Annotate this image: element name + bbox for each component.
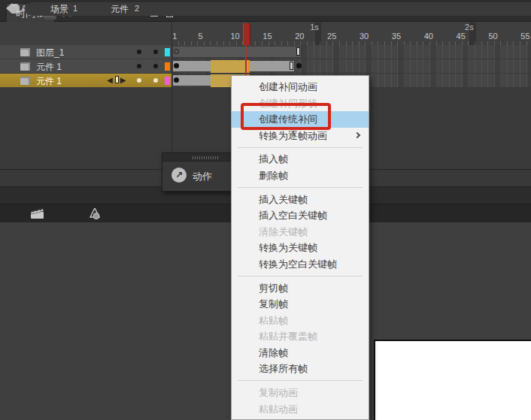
actions-panel-label: 动作 [193,170,212,183]
layers-header [0,23,171,45]
panel-divider [171,23,172,169]
layer-row[interactable]: 图层_1 [0,45,171,59]
visibility-dot[interactable] [137,50,141,54]
ruler-frame-number: 55 [520,32,529,41]
ruler-frame-number: 10 [230,32,239,41]
ruler-frame-number: 50 [488,32,497,41]
symbol-icon [88,208,102,219]
menu-item[interactable]: 转换为关键帧 [232,240,369,256]
menu-item[interactable]: 粘贴帧 [232,313,369,329]
menu-item[interactable]: 删除帧 [232,168,369,184]
visibility-dot[interactable] [137,64,141,68]
menu-item[interactable]: 选择所有帧 [232,361,369,377]
layer-name[interactable]: 元件 1 [36,75,62,88]
ruler-frame-number: 1 [172,32,177,41]
playhead[interactable] [243,23,250,45]
ruler-frame-number: 35 [392,32,401,41]
ruler-second-label: 1s [310,23,319,32]
lock-dot[interactable] [153,64,158,68]
ruler-frame-number: 25 [327,32,336,41]
menu-separator [238,147,363,148]
ruler-frame-number: 15 [262,32,272,41]
annotation-box [241,103,331,130]
lock-dot[interactable] [153,50,158,54]
menu-item[interactable]: 创建补间动画 [232,79,369,95]
menu-separator [238,276,363,276]
breadcrumb-scene-number[interactable]: 1 [73,4,77,13]
breadcrumb [25,2,531,16]
span-end-frame[interactable] [296,47,300,56]
ruler-frame-number: 45 [457,32,466,41]
layer-name[interactable]: 图层_1 [36,47,64,59]
keyframe-dot[interactable] [174,63,179,68]
menu-item[interactable]: 复制动画 [232,385,369,401]
menu-item[interactable]: 插入关键帧 [232,192,369,208]
keyframe-dot[interactable] [174,49,179,54]
scene-icon [30,208,44,219]
layer-name-column: 图层_1元件 1元件 1◀▶ [0,45,171,88]
submenu-arrow-icon [354,131,360,137]
breadcrumb-symbol[interactable]: 元件 [111,3,129,16]
keyframe-nav[interactable]: ◀▶ [107,76,126,84]
layer-name[interactable]: 元件 1 [36,61,62,74]
frame-row[interactable] [172,59,531,74]
layer-color-swatch[interactable] [165,77,170,85]
ruler-frame-number: 20 [295,32,304,41]
keyframe-dot[interactable] [296,63,302,68]
menu-item[interactable]: 插入帧 [232,151,369,168]
stage[interactable] [374,340,531,420]
ruler-second-label: 2s [465,23,474,32]
breadcrumb-scene[interactable]: 场景 [50,3,68,16]
ruler-frame-number: 5 [199,32,203,41]
layer-color-swatch[interactable] [165,48,170,56]
actions-script-icon: ↗ [171,168,187,183]
layer-icon [20,62,30,71]
back-button[interactable] [6,3,20,14]
ruler-frame-number: 30 [360,32,369,41]
keyframe-dot[interactable] [174,77,179,83]
menu-item[interactable]: 复制帧 [232,296,369,313]
frame-span[interactable] [172,46,302,58]
current-frame-marker [115,76,119,83]
menu-item[interactable]: 清除关键帧 [232,224,369,240]
menu-separator [238,187,363,188]
layer-row[interactable]: 元件 1◀▶ [0,74,171,88]
menu-item[interactable]: 清除帧 [232,345,369,361]
frame-row[interactable] [172,45,531,59]
frame-selection[interactable] [211,60,249,73]
lock-dot[interactable] [153,78,158,83]
layer-icon [20,77,30,85]
layer-color-swatch[interactable] [165,62,170,71]
grip-handle-icon[interactable] [193,156,218,159]
menu-item[interactable]: 剪切帧 [232,280,369,297]
layer-row[interactable]: 元件 1 [0,59,171,74]
frame-ruler[interactable]: 15101520253035404550551s2s [172,23,531,45]
breadcrumb-symbol-number: 2 [135,4,139,13]
menu-item[interactable]: 粘贴并覆盖帧 [232,328,369,345]
menu-item[interactable]: 转换为空白关键帧 [232,256,369,273]
ruler-frame-number: 40 [424,32,433,41]
visibility-dot[interactable] [137,78,141,83]
span-end-frame[interactable] [290,62,293,70]
flash-application-window: 时间轴 关 15101520253035404550551s2s 图层_1元件 … [0,0,531,420]
menu-item[interactable]: 粘贴动画 [232,401,369,418]
menu-item[interactable]: 插入空白关键帧 [232,207,369,224]
menu-separator [238,380,363,381]
layer-icon [20,48,30,56]
menu-item[interactable]: 选择性粘贴动画 [232,417,369,420]
